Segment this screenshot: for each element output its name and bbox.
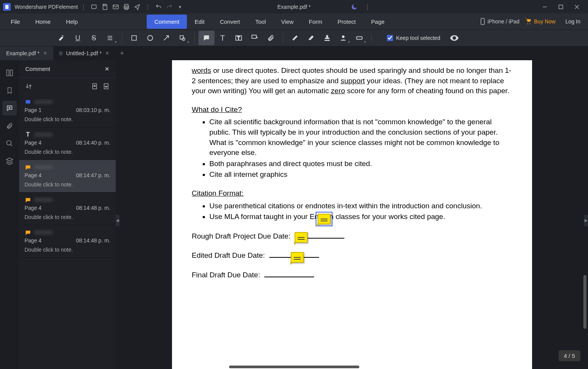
mail-icon[interactable] xyxy=(110,2,121,12)
customize-dropdown-icon[interactable]: ▾ xyxy=(175,2,185,12)
collapse-sidebar-handle[interactable]: ◀ xyxy=(116,215,120,226)
comment-time: 08:14:48 p. m. xyxy=(76,237,110,244)
menu-help[interactable]: Help xyxy=(58,15,85,29)
comments-panel-icon[interactable] xyxy=(2,101,17,115)
keep-tool-checkbox[interactable]: Keep tool selected xyxy=(387,35,440,41)
print-icon[interactable] xyxy=(121,2,132,12)
svg-point-26 xyxy=(342,35,345,38)
sticky-note-annotation[interactable] xyxy=(318,214,331,224)
new-tab-button[interactable]: + xyxy=(115,46,129,60)
import-comments-icon[interactable] xyxy=(91,83,98,90)
signature-tool[interactable] xyxy=(335,31,351,45)
document-tab[interactable]: ⎘Untitled-1.pdf *× xyxy=(53,46,115,60)
comment-type-icon xyxy=(25,164,31,171)
document-canvas[interactable]: ◀ ▶ words or use direct quotes. Direct q… xyxy=(116,60,588,369)
close-window-icon[interactable] xyxy=(569,2,585,12)
svg-line-33 xyxy=(11,145,12,146)
visibility-tool[interactable] xyxy=(446,31,462,45)
login-link[interactable]: Log In xyxy=(561,18,585,25)
thumbnails-panel-icon[interactable] xyxy=(2,66,17,80)
open-icon[interactable] xyxy=(89,2,100,12)
export-comments-icon[interactable] xyxy=(103,83,110,90)
undo-icon[interactable] xyxy=(153,2,164,12)
strikethrough-tool[interactable]: S xyxy=(86,31,102,45)
comment-item[interactable]: ######Page 408:14:47 p. m.Double click t… xyxy=(19,160,116,193)
ribbon-convert[interactable]: Convert xyxy=(212,15,248,29)
share-icon[interactable] xyxy=(132,2,142,12)
sort-comments-icon[interactable] xyxy=(25,83,32,90)
expand-properties-handle[interactable]: ▶ xyxy=(584,215,588,226)
ribbon-protect[interactable]: Protect xyxy=(330,15,364,29)
comment-author: ###### xyxy=(34,229,52,236)
svg-rect-29 xyxy=(10,70,13,76)
list-tool[interactable] xyxy=(102,31,118,45)
horizontal-scrollbar[interactable] xyxy=(229,366,359,368)
ribbon-page[interactable]: Page xyxy=(364,15,392,29)
comment-time: 08:14:40 p. m. xyxy=(76,140,110,146)
layers-panel-icon[interactable] xyxy=(2,154,17,168)
sticky-note-annotation[interactable] xyxy=(295,232,308,243)
ribbon-comment[interactable]: Comment xyxy=(147,15,187,29)
vertical-scrollbar[interactable] xyxy=(583,275,586,329)
svg-rect-17 xyxy=(132,36,136,40)
underline-tool[interactable]: U xyxy=(70,31,86,45)
search-panel-icon[interactable] xyxy=(2,136,17,151)
svg-rect-0 xyxy=(5,5,8,9)
measure-tool[interactable] xyxy=(351,31,367,45)
heading-cite: What do I Cite? xyxy=(192,105,512,115)
keep-tool-input[interactable] xyxy=(387,35,393,41)
ribbon-view[interactable]: View xyxy=(274,15,301,29)
comment-page: Page 1 xyxy=(25,107,41,113)
panel-close-icon[interactable]: ✕ xyxy=(105,66,110,72)
minimize-icon[interactable] xyxy=(537,2,553,12)
svg-point-12 xyxy=(527,23,528,24)
dark-mode-icon[interactable] xyxy=(349,2,360,12)
menu-file[interactable]: File xyxy=(3,15,28,29)
comment-type-icon xyxy=(25,196,31,203)
svg-rect-27 xyxy=(357,37,362,40)
ribbon-form[interactable]: Form xyxy=(301,15,330,29)
shape-tool[interactable] xyxy=(174,31,190,45)
comment-time: 08:14:47 p. m. xyxy=(76,172,110,178)
tab-close-icon[interactable]: × xyxy=(43,50,47,57)
iphone-ipad-link[interactable]: iPhone / iPad xyxy=(480,18,519,25)
save-icon[interactable] xyxy=(100,2,110,12)
comment-page: Page 4 xyxy=(25,205,41,211)
ribbon-tool[interactable]: Tool xyxy=(247,15,274,29)
svg-rect-24 xyxy=(252,35,257,38)
bookmarks-panel-icon[interactable] xyxy=(2,83,17,98)
ribbon-edit[interactable]: Edit xyxy=(187,15,212,29)
attachments-panel-icon[interactable] xyxy=(2,119,17,133)
sticky-note-tool[interactable] xyxy=(198,31,215,45)
eraser-tool[interactable] xyxy=(303,31,319,45)
highlighter-tool[interactable] xyxy=(54,31,70,45)
comment-item[interactable]: ######Page 408:14:48 p. m.Double click t… xyxy=(19,193,116,225)
comment-item[interactable]: ######Page 408:14:48 p. m.Double click t… xyxy=(19,225,116,258)
tab-close-icon[interactable]: × xyxy=(105,50,109,57)
buy-now-link[interactable]: Buy Now xyxy=(525,18,555,25)
svg-line-19 xyxy=(164,36,169,40)
comment-type-icon xyxy=(25,99,31,105)
menu-home[interactable]: Home xyxy=(28,15,58,29)
arrow-tool[interactable] xyxy=(158,31,174,45)
pencil-tool[interactable] xyxy=(287,31,303,45)
svg-rect-36 xyxy=(26,100,30,104)
circle-tool[interactable] xyxy=(142,31,158,45)
document-tab-bar: Example.pdf *×⎘Untitled-1.pdf *× + xyxy=(0,46,588,60)
sticky-note-annotation[interactable] xyxy=(291,252,304,263)
callout-tool[interactable] xyxy=(247,31,263,45)
stamp-tool[interactable] xyxy=(319,31,335,45)
text-box-tool[interactable]: T xyxy=(231,31,247,45)
text-tool[interactable]: T xyxy=(215,31,231,45)
comment-item[interactable]: ######Page 108:03:10 p. m.Double click t… xyxy=(19,95,116,127)
document-tab[interactable]: Example.pdf *× xyxy=(0,46,53,60)
maximize-icon[interactable] xyxy=(553,2,569,12)
attachment-tool[interactable] xyxy=(263,31,279,45)
app-name: Wondershare PDFelement xyxy=(15,4,78,10)
comment-note: Double click to note. xyxy=(25,181,110,188)
comment-note: Double click to note. xyxy=(25,116,110,122)
rectangle-tool[interactable] xyxy=(126,31,142,45)
comment-author: ###### xyxy=(34,132,52,138)
redo-icon[interactable] xyxy=(164,2,175,12)
comment-item[interactable]: T######Page 408:14:40 p. m.Double click … xyxy=(19,127,116,160)
